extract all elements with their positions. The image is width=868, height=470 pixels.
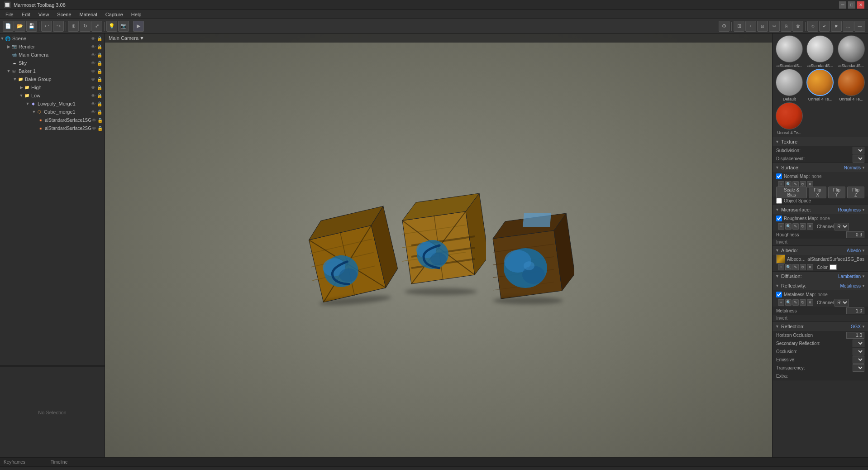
- viewport[interactable]: Main Camera ▼: [105, 34, 772, 457]
- object-space-checkbox[interactable]: [776, 198, 782, 204]
- metalness-map-add-btn[interactable]: +: [778, 299, 784, 306]
- add-light-button[interactable]: 💡: [106, 21, 117, 32]
- albedo-map-edit-btn[interactable]: ✎: [792, 264, 799, 270]
- viewport-resize-left[interactable]: [105, 34, 107, 457]
- subdivision-dropdown[interactable]: [853, 147, 864, 154]
- diffusion-section-header[interactable]: ▼ Diffusion: Lambertian ▼: [773, 272, 868, 281]
- tree-item-sky[interactable]: ▶ ☁ Sky 👁 🔒: [0, 59, 105, 67]
- reflection-dropdown-icon[interactable]: ▼: [862, 325, 865, 329]
- tree-item-mat2sg[interactable]: ▶ ■ aiStandardSurface2SG 👁 🔒: [0, 124, 105, 132]
- camera-dropdown-icon[interactable]: ▼: [139, 35, 144, 41]
- roughness-map-reload-btn[interactable]: ↻: [800, 223, 806, 230]
- normal-map-checkbox[interactable]: [776, 173, 782, 179]
- minimize-button[interactable]: ─: [839, 1, 846, 9]
- tree-lock-mat2sg[interactable]: 🔒: [97, 126, 103, 131]
- tree-lock-cube[interactable]: 🔒: [96, 110, 103, 115]
- toolbar-extra-5[interactable]: 🗑: [792, 21, 803, 32]
- tree-item-baker[interactable]: ▼ ⊞ Baker 1 👁 🔒: [0, 67, 105, 75]
- roughness-map-search-btn[interactable]: 🔍: [785, 223, 792, 230]
- metalness-map-remove-btn[interactable]: ✕: [807, 299, 813, 306]
- reflection-section-header[interactable]: ▼ Reflection: GGX ▼: [773, 322, 868, 331]
- tree-item-bakegroup[interactable]: ▼ 📁 Bake Group 👁 🔒: [0, 75, 105, 83]
- tree-lock-scene[interactable]: 🔒: [96, 36, 103, 41]
- horizon-occlusion-value[interactable]: 1.0: [846, 332, 864, 339]
- scale-bias-btn[interactable]: Scale & Bias: [776, 187, 807, 198]
- menu-help[interactable]: Help: [128, 11, 145, 18]
- titlebar-controls[interactable]: ─ □ ✕: [839, 1, 864, 9]
- render-button[interactable]: ▶: [133, 21, 144, 32]
- roughness-map-checkbox[interactable]: [776, 216, 782, 221]
- albedo-section-header[interactable]: ▼ Albedo: Albedo ▼: [773, 246, 868, 255]
- roughness-map-edit-btn[interactable]: ✎: [792, 223, 799, 230]
- tree-eye-baker[interactable]: 👁: [90, 69, 96, 74]
- toolbar-extra-6[interactable]: ⟲: [807, 21, 818, 32]
- metalness-invert[interactable]: Invert: [773, 315, 868, 321]
- menu-file[interactable]: File: [2, 11, 17, 18]
- roughness-channel-select[interactable]: R G B: [835, 223, 849, 230]
- new-scene-button[interactable]: 📄: [3, 21, 14, 32]
- microsurface-dropdown-icon[interactable]: ▼: [862, 208, 865, 212]
- maximize-button[interactable]: □: [848, 1, 855, 9]
- albedo-map-remove-btn[interactable]: ✕: [807, 264, 813, 270]
- undo-button[interactable]: ↩: [41, 21, 52, 32]
- tree-eye-camera[interactable]: 👁: [90, 53, 96, 58]
- albedo-color-swatch[interactable]: [830, 264, 837, 270]
- open-button[interactable]: 📂: [14, 21, 25, 32]
- tree-lock-high[interactable]: 🔒: [96, 85, 103, 90]
- tree-lock-render[interactable]: 🔒: [96, 44, 103, 49]
- toolbar-extra-8[interactable]: ✖: [831, 21, 842, 32]
- displacement-dropdown[interactable]: [853, 155, 864, 163]
- rotate-button[interactable]: ↻: [80, 21, 91, 32]
- albedo-map-search-btn[interactable]: 🔍: [785, 264, 792, 270]
- tree-item-camera[interactable]: ▶ 📹 Main Camera 👁 🔒: [0, 51, 105, 59]
- metalness-map-reload-btn[interactable]: ↻: [800, 299, 806, 306]
- secondary-reflection-dropdown[interactable]: [853, 340, 864, 347]
- toolbar-extra-1[interactable]: +: [745, 21, 756, 32]
- tree-arrow-render[interactable]: ▶: [6, 43, 11, 51]
- settings-button[interactable]: ⚙: [719, 21, 730, 32]
- occlusion-dropdown[interactable]: [853, 348, 864, 355]
- roughness-invert[interactable]: Invert: [773, 239, 868, 245]
- tree-item-scene[interactable]: ▼ 🌐 Scene 👁 🔒: [0, 34, 105, 43]
- tree-eye-render[interactable]: 👁: [90, 44, 96, 49]
- tree-arrow-lowpoly[interactable]: ▼: [25, 100, 30, 108]
- material-thumb-7[interactable]: Unreal 4 Te...: [774, 102, 804, 135]
- material-thumb-6[interactable]: Unreal 4 Te...: [836, 69, 866, 101]
- albedo-map-reload-btn[interactable]: ↻: [800, 264, 806, 270]
- tree-item-mat1sg[interactable]: ▶ ■ aiStandardSurface1SG 👁 🔒: [0, 116, 105, 124]
- tree-eye-sky[interactable]: 👁: [90, 61, 96, 66]
- surface-dropdown-icon[interactable]: ▼: [862, 166, 865, 170]
- metalness-map-checkbox[interactable]: [776, 292, 782, 297]
- tree-lock-lowpoly[interactable]: 🔒: [96, 101, 103, 106]
- tree-lock-camera[interactable]: 🔒: [96, 53, 103, 58]
- tree-item-lowpoly[interactable]: ▼ ◆ Lowpoly_Merge1 👁 🔒: [0, 100, 105, 108]
- roughness-map-add-btn[interactable]: +: [778, 223, 784, 230]
- tree-item-render[interactable]: ▶ 📷 Render 👁 🔒: [0, 43, 105, 51]
- tree-lock-mat1sg[interactable]: 🔒: [97, 118, 103, 123]
- save-button[interactable]: 💾: [26, 21, 37, 32]
- metalness-channel-select[interactable]: R G B: [835, 299, 849, 307]
- texture-section-header[interactable]: ▼ Texture: [773, 137, 868, 146]
- metalness-map-search-btn[interactable]: 🔍: [785, 299, 792, 306]
- scale-button[interactable]: ⤢: [91, 21, 102, 32]
- tree-arrow-baker[interactable]: ▼: [6, 67, 11, 75]
- menu-edit[interactable]: Edit: [18, 11, 34, 18]
- metalness-map-edit-btn[interactable]: ✎: [792, 299, 799, 306]
- albedo-dropdown-icon[interactable]: ▼: [862, 249, 865, 253]
- tree-item-low[interactable]: ▼ 📁 Low 👁 🔒: [0, 91, 105, 100]
- toolbar-extra-2[interactable]: ⊡: [757, 21, 768, 32]
- emissive-dropdown[interactable]: [853, 356, 864, 364]
- albedo-map-add-btn[interactable]: +: [778, 264, 784, 270]
- flip-x-btn[interactable]: Flip X: [809, 187, 826, 198]
- tree-arrow-high[interactable]: ▶: [19, 83, 24, 91]
- close-button[interactable]: ✕: [857, 1, 864, 9]
- tree-lock-sky[interactable]: 🔒: [96, 61, 103, 66]
- toolbar-extra-3[interactable]: ✂: [769, 21, 780, 32]
- material-thumb-3[interactable]: aiStandardS...: [836, 35, 866, 68]
- reflectivity-dropdown-icon[interactable]: ▼: [862, 284, 865, 288]
- tree-eye-cube[interactable]: 👁: [90, 110, 96, 115]
- move-button[interactable]: ⊕: [68, 21, 79, 32]
- material-thumb-2[interactable]: aiStandardS...: [805, 35, 835, 68]
- transparency-dropdown[interactable]: [853, 364, 864, 372]
- tree-eye-bakegroup[interactable]: 👁: [90, 77, 96, 82]
